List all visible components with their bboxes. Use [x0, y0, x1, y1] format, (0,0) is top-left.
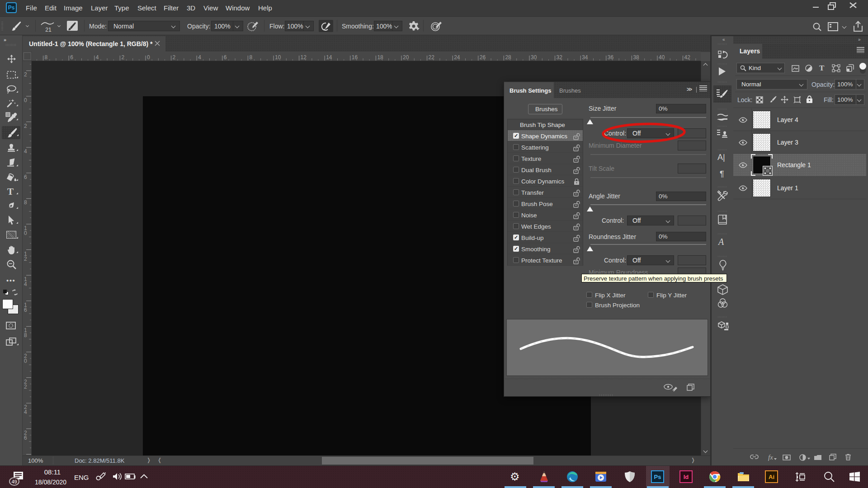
svg-text:2: 2: [24, 384, 27, 390]
svg-text:8: 8: [24, 199, 27, 206]
svg-text:2: 2: [24, 71, 27, 78]
svg-text:4: 4: [24, 409, 27, 415]
svg-text:2: 2: [173, 54, 176, 61]
svg-text:0: 0: [24, 230, 27, 236]
svg-text:8: 8: [45, 54, 48, 61]
svg-text:38: 38: [633, 54, 639, 61]
svg-text:2: 2: [121, 54, 124, 61]
svg-text:8: 8: [24, 332, 27, 338]
svg-text:2: 2: [24, 123, 27, 129]
svg-text:4: 4: [24, 281, 27, 287]
svg-text:8: 8: [249, 54, 252, 61]
svg-text:0: 0: [24, 97, 27, 103]
svg-text:4: 4: [96, 54, 99, 61]
svg-text:4: 4: [198, 54, 201, 61]
svg-text:0: 0: [24, 358, 27, 364]
svg-text:20: 20: [403, 54, 409, 61]
svg-text:6: 6: [24, 307, 27, 313]
svg-text:4: 4: [24, 148, 27, 155]
svg-text:6: 6: [224, 54, 227, 61]
svg-text:6: 6: [70, 54, 73, 61]
svg-text:2: 2: [24, 256, 27, 262]
svg-text:34: 34: [582, 54, 588, 61]
svg-text:6: 6: [24, 435, 27, 441]
svg-text:6: 6: [24, 174, 27, 180]
svg-text:0: 0: [147, 54, 150, 61]
